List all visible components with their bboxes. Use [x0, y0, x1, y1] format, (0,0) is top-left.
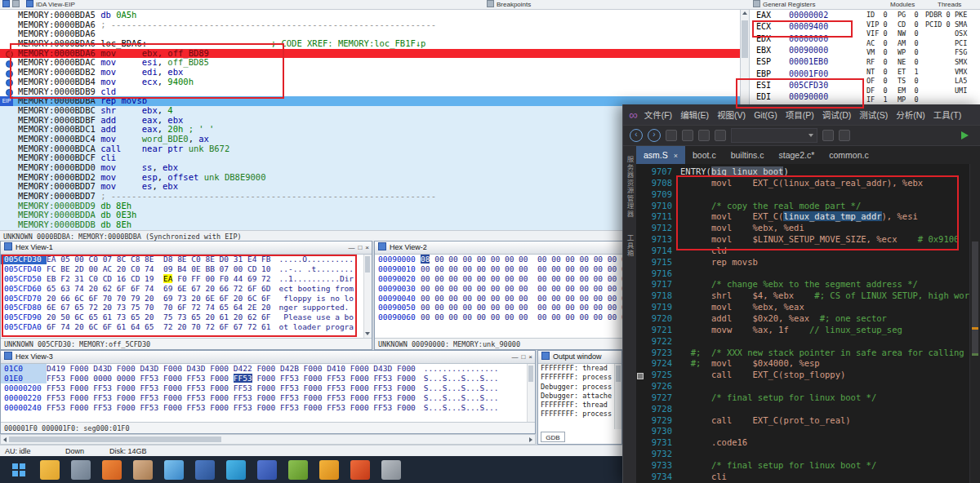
code-line[interactable]: 9722 — [636, 336, 980, 348]
code-line[interactable]: 9733 /* final setup for linux boot */ — [636, 460, 980, 472]
hex-row[interactable]: 005CFD40FC BE 2D 00 AC 20 C0 74 09 B4 0E… — [1, 264, 372, 274]
code-line[interactable]: 9709 — [636, 189, 980, 201]
code-line[interactable]: 9731 .code16 — [636, 437, 980, 449]
hex-view-3-hscrollbar[interactable] — [0, 434, 536, 445]
app-gray2-icon[interactable] — [381, 460, 401, 480]
app-gray-icon[interactable] — [71, 460, 91, 480]
code-line[interactable]: 9718 shrl $4, %ebx #; CS of LINUX SETUP,… — [636, 290, 980, 302]
save-icon[interactable] — [698, 130, 710, 141]
undo-icon[interactable] — [822, 130, 834, 141]
start-button[interactable] — [9, 460, 29, 480]
hex-view-3-scrollbar[interactable] — [527, 364, 535, 422]
tab-modules[interactable]: Modules — [890, 0, 915, 9]
scroll-left-icon[interactable] — [3, 437, 7, 442]
hex-row[interactable]: 005CFD6065 63 74 20 62 6F 6F 74 69 6E 67… — [1, 284, 372, 294]
hex-view-1-scrollbar[interactable] — [363, 255, 372, 338]
code-line[interactable]: 9713 movl $LINUX_SETUP_MOVE_SIZE, %ecx #… — [636, 234, 980, 246]
menu-item[interactable]: 工具(T) — [933, 110, 961, 120]
hex-row[interactable]: 00000220FF53 F000 FF53 F000 FF53 F000 FF… — [1, 393, 535, 403]
code-line[interactable]: 9712 movl %ebx, %edi — [636, 223, 980, 234]
hex-row[interactable]: 005CFD30EA 05 00 C0 07 8C C8 8E D8 8E C0… — [1, 255, 372, 264]
code-line[interactable]: 9720 addl $0x20, %eax #; one sector — [636, 313, 980, 325]
menu-item[interactable]: 编辑(E) — [680, 110, 709, 120]
open-file-icon[interactable] — [682, 130, 693, 141]
hex-row[interactable]: 005CFD7020 66 6C 6F 70 70 79 20 69 73 20… — [1, 294, 372, 304]
code-editor[interactable]: 9707ENTRY(big_linux_boot)9708 movl EXT_C… — [636, 164, 980, 483]
code-line[interactable]: 9707ENTRY(big_linux_boot) — [636, 166, 980, 178]
tab-gdb[interactable]: GDB — [541, 432, 565, 442]
file-explorer-icon[interactable] — [40, 460, 60, 480]
tab-ida-view-eip[interactable]: IDA View-EIP — [26, 0, 75, 9]
code-line[interactable]: 9714 cld — [636, 246, 980, 257]
code-line[interactable]: 9723 #; /* XXX new stack pointer in safe… — [636, 348, 980, 359]
tab-general-registers[interactable]: General Registers — [753, 0, 815, 9]
register-row[interactable]: ESP00001EB0 — [756, 57, 828, 68]
navigate-back-icon[interactable]: ‹ — [630, 129, 643, 142]
bolt-green-icon[interactable] — [288, 460, 308, 480]
code-line[interactable]: 9734 cli — [636, 472, 980, 483]
hex-view-3-titlebar[interactable]: Hex View-3 —□× — [1, 351, 535, 364]
nav-dot[interactable] — [6, 79, 13, 86]
save-all-icon[interactable] — [715, 130, 726, 141]
app-orange-icon[interactable] — [102, 460, 122, 480]
scrollbar-thumb[interactable] — [972, 242, 978, 356]
configuration-dropdown[interactable] — [731, 128, 817, 143]
nav-dot[interactable] — [6, 60, 13, 68]
menu-item[interactable]: Git(G) — [754, 110, 777, 120]
code-line[interactable]: 9721 movw %ax, 1f // linux_setup_seg — [636, 325, 980, 336]
search-app-icon[interactable] — [164, 460, 184, 480]
close-tab-icon[interactable]: × — [674, 152, 678, 160]
hex-row[interactable]: 01E0FF53 F000 0000 0000 FF53 F000 FF53 F… — [1, 374, 535, 383]
code-line[interactable]: 9719 movl %ebx, %eax — [636, 302, 980, 313]
browser-icon[interactable] — [350, 460, 370, 480]
hex-view-1-titlebar[interactable]: Hex View-1 —□× — [1, 242, 372, 255]
hex-row[interactable]: 005CFD806E 67 65 72 20 73 75 70 70 6F 72… — [1, 303, 372, 312]
ida-pro-icon[interactable] — [133, 460, 153, 480]
redo-icon[interactable] — [839, 130, 850, 141]
register-row[interactable]: EBX00090000 — [756, 46, 828, 56]
minimize-button[interactable]: — — [511, 351, 518, 363]
menu-item[interactable]: 调试(D) — [822, 110, 852, 120]
editor-tab[interactable]: asm.S× — [636, 146, 685, 164]
tab-breakpoints[interactable]: Breakpoints — [487, 0, 531, 9]
hex-row[interactable]: 01C0D419 F000 D43D F000 D43D F000 D43D F… — [1, 364, 535, 374]
run-button[interactable] — [961, 131, 969, 140]
autocad-icon[interactable] — [226, 460, 246, 480]
disasm-line[interactable]: MEMORY:0000BDA6 ; ----------------------… — [0, 20, 740, 30]
code-line[interactable]: 9716 — [636, 268, 980, 280]
maximize-button[interactable]: □ — [521, 351, 525, 363]
hex-row[interactable]: 005CFD9020 50 6C 65 61 73 65 20 75 73 65… — [1, 312, 372, 322]
new-file-icon[interactable] — [666, 130, 677, 141]
editor-tab[interactable]: stage2.c* — [772, 146, 822, 164]
close-button[interactable]: × — [528, 351, 532, 363]
menu-item[interactable]: 分析(N) — [896, 110, 925, 120]
register-row[interactable]: EBP00001F00 — [756, 69, 828, 80]
maximize-button[interactable]: □ — [358, 242, 362, 254]
nav-dot[interactable] — [6, 70, 13, 78]
scroll-up-icon[interactable] — [742, 11, 747, 15]
notepad-app-icon[interactable] — [257, 460, 277, 480]
tab-threads[interactable]: Threads — [938, 0, 961, 9]
menu-item[interactable]: 测试(S) — [859, 110, 888, 120]
code-line[interactable]: 9730 — [636, 426, 980, 437]
menu-item[interactable]: 视图(V) — [717, 110, 746, 120]
editor-tab[interactable]: builtins.c — [724, 146, 772, 164]
register-row[interactable]: ESI005CFD30 — [756, 81, 828, 91]
code-line[interactable]: 9728 — [636, 404, 980, 415]
scroll-down-icon[interactable] — [365, 332, 370, 335]
code-line[interactable]: 9729 call EXT_C(prot_to_real) — [636, 415, 980, 427]
code-line[interactable]: 9711 movl EXT_C(linux_data_tmp_addr), %e… — [636, 211, 980, 223]
code-line[interactable]: 9710 /* copy the real mode part */ — [636, 201, 980, 212]
code-line[interactable]: 9717 /* change %ebx to the segment addre… — [636, 279, 980, 290]
register-row[interactable]: EAX00000002 — [756, 11, 828, 21]
code-line[interactable]: 9727 /* final setup for linux boot */ — [636, 392, 980, 404]
hex-row[interactable]: 00000240FF53 F000 FF53 F000 FF53 F000 FF… — [1, 403, 535, 413]
breakpoint-dot[interactable] — [6, 51, 13, 58]
menu-item[interactable]: 项目(P) — [786, 110, 814, 120]
minimize-button[interactable]: — — [348, 242, 354, 254]
output-scrollbar[interactable] — [614, 364, 621, 429]
code-line[interactable]: 9715 rep movsb — [636, 257, 980, 268]
nav-dot[interactable] — [6, 89, 13, 96]
code-line[interactable]: 9725 call EXT_C(stop_floppy) — [636, 370, 980, 381]
briefcase-app-icon[interactable] — [195, 460, 215, 480]
